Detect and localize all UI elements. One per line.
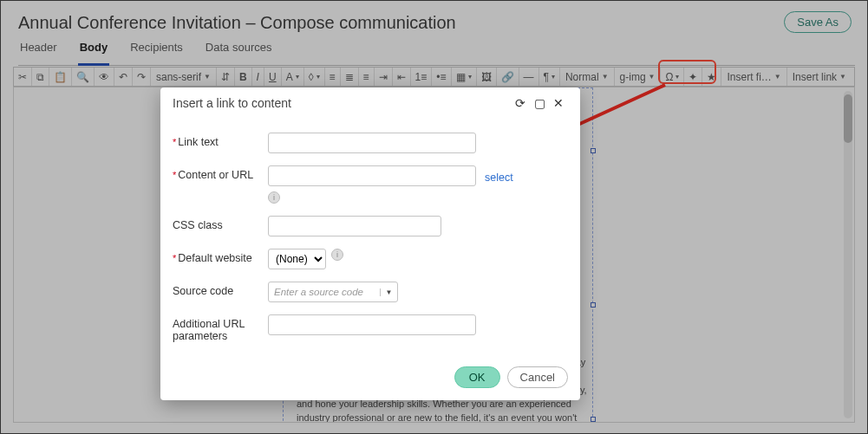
page-title: Annual Conference Invitation – Compose c… — [18, 13, 456, 33]
paste-icon[interactable]: 📋 — [49, 68, 71, 86]
insert-field-dropdown[interactable]: Insert fi…▼ — [721, 68, 786, 86]
source-code-combo[interactable]: Enter a source code ▼ — [268, 282, 398, 302]
tab-data-sources[interactable]: Data sources — [204, 41, 274, 59]
insert-link-modal: Insert a link to content ⟳ ▢ ✕ Link text… — [160, 87, 580, 400]
indent-icon[interactable]: ⇥ — [374, 68, 392, 86]
scrollbar-thumb[interactable] — [844, 94, 852, 143]
find-icon[interactable]: 🔍 — [71, 68, 94, 86]
save-as-button[interactable]: Save As — [784, 11, 852, 33]
default-website-select[interactable]: (None) — [268, 249, 326, 269]
underline-icon[interactable]: U — [264, 68, 281, 86]
highlight-icon[interactable]: ◊▾ — [303, 68, 324, 86]
tab-recipients[interactable]: Recipients — [128, 41, 185, 59]
align-right-icon[interactable]: ≡ — [358, 68, 374, 86]
link-text-input[interactable] — [268, 133, 476, 153]
source-code-placeholder: Enter a source code — [269, 287, 380, 297]
link-icon[interactable]: 🔗 — [496, 68, 519, 86]
cut-icon[interactable]: ✂ — [14, 68, 31, 86]
selection-handle[interactable] — [591, 302, 596, 308]
undo-icon[interactable]: ↶ — [114, 68, 132, 86]
tab-header[interactable]: Header — [18, 41, 59, 59]
info-icon[interactable]: i — [331, 249, 343, 261]
omega-icon[interactable]: Ω▾ — [660, 68, 683, 86]
additional-url-params-input[interactable] — [268, 314, 476, 335]
tabs-bar: Header Body Recipients Data sources — [18, 41, 855, 66]
chevron-down-icon[interactable]: ▼ — [380, 288, 397, 296]
eye-icon[interactable]: 👁 — [94, 68, 114, 86]
font-size-icon[interactable]: ⇵ — [216, 68, 234, 86]
hr-icon[interactable]: — — [519, 68, 538, 86]
label-additional-url-params: Additional URL parameters — [173, 314, 268, 342]
outdent-icon[interactable]: ⇤ — [392, 68, 410, 86]
close-icon[interactable]: ✕ — [549, 96, 568, 110]
label-default-website: Default website — [173, 249, 268, 264]
label-content-or-url: Content or URL — [173, 165, 268, 181]
modal-title: Insert a link to content — [173, 96, 511, 110]
wand-icon[interactable]: ✦ — [683, 68, 702, 86]
label-link-text: Link text — [173, 133, 268, 148]
css-class-input[interactable] — [268, 216, 441, 236]
align-center-icon[interactable]: ≣ — [340, 68, 358, 86]
numbered-list-icon[interactable]: 1≡ — [410, 68, 432, 86]
bold-icon[interactable]: B — [234, 68, 251, 86]
refresh-icon[interactable]: ⟳ — [511, 96, 530, 110]
paragraph-icon[interactable]: ¶▾ — [538, 68, 559, 86]
font-color-icon[interactable]: A▾ — [281, 68, 303, 86]
info-icon[interactable]: i — [268, 191, 280, 204]
label-css-class: CSS class — [173, 216, 268, 231]
italic-icon[interactable]: I — [251, 68, 264, 86]
maximize-icon[interactable]: ▢ — [530, 96, 549, 110]
gimg-select[interactable]: g-img▼ — [614, 68, 661, 86]
ok-button[interactable]: OK — [454, 366, 500, 388]
star-icon[interactable]: ★ — [702, 68, 721, 86]
table-icon[interactable]: ▦▾ — [451, 68, 476, 86]
redo-icon[interactable]: ↷ — [132, 68, 150, 86]
image-icon[interactable]: 🖼 — [476, 68, 496, 86]
align-left-icon[interactable]: ≡ — [324, 68, 340, 86]
copy-icon[interactable]: ⧉ — [31, 68, 49, 86]
style-normal-select[interactable]: Normal▼ — [559, 68, 614, 86]
cancel-button[interactable]: Cancel — [507, 366, 568, 388]
insert-link-dropdown[interactable]: Insert link▼ — [786, 68, 852, 86]
tab-body[interactable]: Body — [78, 41, 110, 66]
editor-scrollbar[interactable] — [844, 91, 852, 418]
rich-text-toolbar: ✂ ⧉ 📋 🔍 👁 ↶ ↷ sans-serif▼ ⇵ B I U A▾ ◊▾ … — [13, 67, 855, 87]
select-content-link[interactable]: select — [485, 168, 513, 184]
label-source-code: Source code — [173, 282, 268, 297]
content-or-url-input[interactable] — [268, 165, 476, 186]
font-family-select[interactable]: sans-serif▼ — [150, 68, 216, 86]
bullet-list-icon[interactable]: •≡ — [431, 68, 450, 86]
selection-handle[interactable] — [591, 148, 596, 153]
